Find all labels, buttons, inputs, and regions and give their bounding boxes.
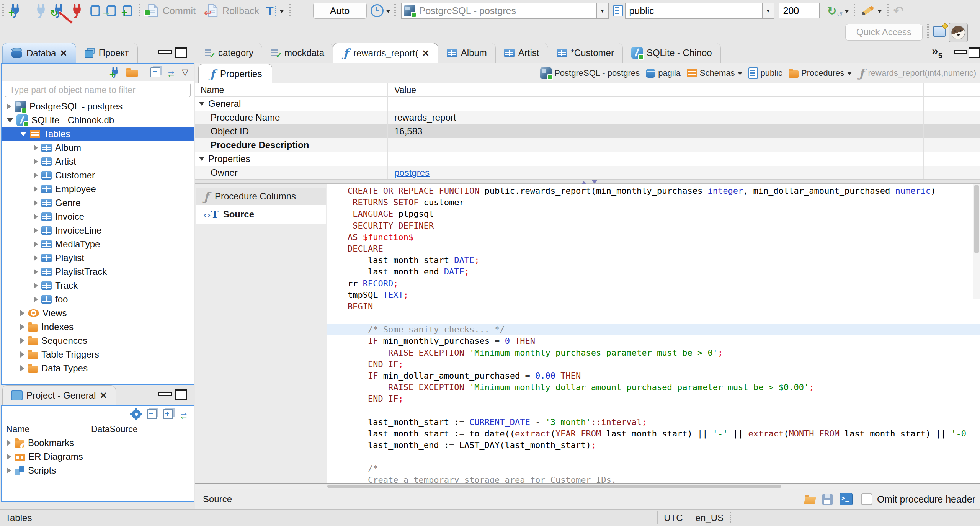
expand-arrow-icon[interactable]	[20, 351, 24, 358]
source-code-editor[interactable]: CREATE OR REPLACE FUNCTION public.reward…	[327, 184, 980, 483]
expand-arrow-icon[interactable]	[34, 200, 38, 206]
project-item-scripts[interactable]: Scripts	[2, 464, 194, 477]
code-line[interactable]: END IF;	[348, 359, 980, 370]
chevron-down-icon[interactable]	[738, 72, 742, 77]
connect-button[interactable]	[34, 4, 48, 18]
combo-dropdown-button[interactable]	[596, 3, 608, 18]
code-line[interactable]: AS $function$	[348, 232, 980, 243]
grid-row-owner[interactable]: Ownerpostgres	[195, 166, 980, 179]
code-line[interactable]: /* Some sanity checks... */	[327, 324, 980, 335]
editor-tab-customer[interactable]: *Customer	[548, 43, 623, 63]
code-line[interactable]: last_month_end := LAST_DAY(last_month_st…	[348, 439, 980, 451]
code-line[interactable]: LANGUAGE plpgsql	[348, 208, 980, 220]
collapse-arrow-icon[interactable]	[199, 102, 204, 108]
active-connection-combo[interactable]: PostgreSQL - postgres	[401, 3, 609, 19]
code-line[interactable]: /*	[348, 463, 980, 474]
code-line[interactable]: RETURNS SETOF customer	[348, 197, 980, 208]
expand-arrow-icon[interactable]	[7, 454, 11, 460]
column-header-name[interactable]: Name	[2, 424, 91, 435]
navigator-new-connection-button[interactable]	[109, 67, 120, 78]
code-line[interactable]: last_month_start DATE;	[348, 255, 980, 266]
commit-button[interactable]: Commit	[146, 4, 196, 18]
breadcrumb-item-schemas[interactable]: Schemas	[687, 68, 742, 78]
tree-item-playlisttrack[interactable]: PlaylistTrack	[2, 265, 194, 279]
code-line[interactable]: rr RECORD;	[348, 278, 980, 289]
editor-tab-rewards-report[interactable]: rewards_report(	[333, 43, 438, 63]
quick-access-input[interactable]: Quick Access	[845, 24, 923, 41]
scrollbar-thumb[interactable]	[327, 485, 781, 488]
expand-arrow-icon[interactable]	[20, 365, 24, 371]
rollback-button[interactable]: Rollback	[206, 4, 259, 18]
tree-item-invoiceline[interactable]: InvoiceLine	[2, 224, 194, 237]
collapse-all-icon[interactable]	[147, 409, 157, 419]
commit-mode-button[interactable]: Auto	[313, 3, 367, 19]
code-line[interactable]: END IF;	[348, 393, 980, 405]
close-icon[interactable]	[60, 48, 67, 59]
tree-item-mediatype[interactable]: MediaType	[2, 237, 194, 251]
grid-row-general[interactable]: General	[195, 97, 980, 111]
grid-cell-value[interactable]: postgres	[387, 167, 430, 178]
breadcrumb-item-postgresql-postgres[interactable]: PostgreSQL - postgres	[540, 67, 640, 79]
expand-arrow-icon[interactable]	[20, 338, 24, 344]
collapse-all-icon[interactable]	[150, 67, 160, 77]
status-locale[interactable]: en_US	[696, 513, 724, 523]
editor-tab-category[interactable]: category	[196, 43, 262, 63]
tree-item-postgresql-postgres[interactable]: PostgreSQL - postgres	[2, 100, 194, 113]
breadcrumb-item-procedures[interactable]: Procedures	[789, 68, 852, 78]
editor-tab-mockdata[interactable]: mockdata	[262, 43, 333, 63]
grid-column-name[interactable]: Name	[195, 85, 387, 95]
tree-item-customer[interactable]: Customer	[2, 168, 194, 182]
maximize-button[interactable]	[175, 47, 187, 58]
close-icon[interactable]	[422, 48, 430, 59]
active-schema-combo[interactable]: public	[625, 3, 774, 19]
grid-column-divider[interactable]	[387, 83, 388, 179]
tree-item-sequences[interactable]: Sequences	[2, 334, 194, 348]
code-line[interactable]: IF min_dollar_amount_purchased = 0.00 TH…	[348, 370, 980, 382]
collapse-arrow-icon[interactable]	[199, 157, 204, 163]
new-sql-editor-button[interactable]	[121, 4, 134, 17]
grid-column-value[interactable]: Value	[387, 85, 416, 95]
highlight-pen-button[interactable]	[861, 7, 882, 15]
editor-tab-album[interactable]: Album	[438, 43, 496, 63]
column-divider[interactable]	[91, 423, 91, 436]
toolbar-drag-handle[interactable]	[2, 4, 4, 17]
close-icon[interactable]	[100, 390, 107, 401]
tree-item-table-triggers[interactable]: Table Triggers	[2, 348, 194, 361]
tree-item-track[interactable]: Track	[2, 279, 194, 292]
subtab-procedure-columns[interactable]: Procedure Columns	[196, 188, 326, 205]
expand-all-icon[interactable]	[163, 409, 173, 419]
new-folder-icon[interactable]	[126, 70, 138, 77]
expand-arrow-icon[interactable]	[34, 296, 38, 302]
link-with-editor-icon[interactable]	[179, 410, 188, 419]
tree-item-playlist[interactable]: Playlist	[2, 251, 194, 265]
column-header-datasource[interactable]: DataSource	[91, 424, 137, 435]
tree-item-indexes[interactable]: Indexes	[2, 320, 194, 334]
object-filter-input[interactable]	[5, 83, 191, 97]
code-line[interactable]: RAISE EXCEPTION 'Minimum monthly purchas…	[348, 347, 980, 359]
editor-tab-sqlite-chinoo[interactable]: SQLite - Chinoo	[623, 43, 721, 63]
undo-button[interactable]	[893, 3, 904, 18]
tab-database-navigator[interactable]: Databa	[2, 43, 76, 63]
code-line[interactable]: RAISE EXCEPTION 'Minimum monthly dollar …	[348, 382, 980, 393]
project-item-bookmarks[interactable]: Bookmarks	[2, 436, 194, 450]
tab-project-general[interactable]: Project - General	[2, 385, 116, 405]
expand-arrow-icon[interactable]	[7, 440, 11, 446]
vertical-scrollbar[interactable]	[973, 184, 980, 299]
editor-maximize-button[interactable]	[969, 47, 980, 58]
expand-arrow-icon[interactable]	[34, 214, 38, 220]
column-divider[interactable]	[144, 423, 144, 436]
chevron-down-icon[interactable]	[847, 72, 852, 77]
gear-icon[interactable]	[132, 410, 141, 419]
collapse-arrow-icon[interactable]	[7, 118, 13, 123]
breadcrumb-item-public[interactable]: public	[748, 67, 782, 79]
expand-arrow-icon[interactable]	[34, 186, 38, 192]
tree-item-employee[interactable]: Employee	[2, 182, 194, 196]
tree-item-views[interactable]: Views	[2, 306, 194, 320]
expand-arrow-icon[interactable]	[7, 103, 11, 109]
tab-properties[interactable]: Properties	[198, 64, 272, 83]
transaction-log-button[interactable]	[371, 4, 390, 17]
tab-overflow-button[interactable]: 5	[932, 46, 942, 60]
code-line[interactable]: IF min_monthly_purchases = 0 THEN	[348, 335, 980, 347]
fetch-size-input[interactable]	[779, 3, 820, 18]
link-with-editor-icon[interactable]	[167, 68, 176, 77]
